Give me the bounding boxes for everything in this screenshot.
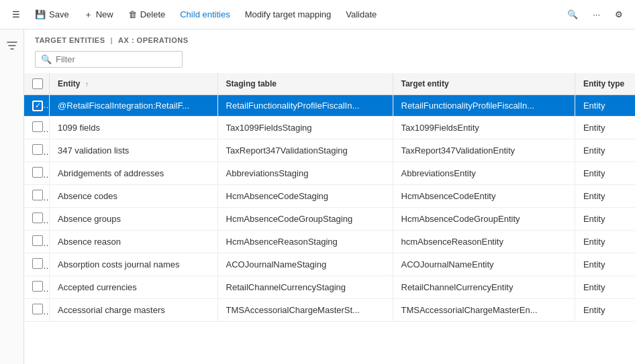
row-type: Entity xyxy=(575,230,635,253)
row-checkbox[interactable] xyxy=(32,121,43,132)
row-staging: HcmAbsenceReasonStaging xyxy=(217,230,393,253)
breadcrumb: TARGET ENTITIES | AX : OPERATIONS xyxy=(24,29,635,48)
save-button[interactable]: 💾 Save xyxy=(28,5,76,23)
content-area: TARGET ENTITIES | AX : OPERATIONS 🔍 xyxy=(24,29,635,364)
row-staging: HcmAbsenceCodeGroupStaging xyxy=(217,207,393,230)
row-target: TMSAccessorialChargeMasterEn... xyxy=(393,298,575,321)
table-row[interactable]: Absence codesHcmAbsenceCodeStagingHcmAbs… xyxy=(24,184,635,207)
column-header-entity[interactable]: Entity ↑ xyxy=(50,73,218,95)
row-entity: Absence reason xyxy=(50,230,218,253)
row-checkbox-cell[interactable] xyxy=(24,276,50,298)
modify-mapping-button[interactable]: Modify target mapping xyxy=(238,5,338,23)
row-checkbox[interactable] xyxy=(32,144,43,155)
select-all-checkbox[interactable] xyxy=(32,78,43,89)
row-checkbox-cell[interactable] xyxy=(24,116,50,139)
row-checkbox-cell[interactable] xyxy=(24,230,50,253)
row-entity: Accepted currencies xyxy=(50,276,218,298)
row-staging: RetailFunctionalityProfileFiscalIn... xyxy=(217,95,393,117)
row-staging: TMSAccessorialChargeMasterSt... xyxy=(217,298,393,321)
column-header-staging[interactable]: Staging table xyxy=(217,73,393,95)
filter-bar: 🔍 xyxy=(24,48,635,73)
settings-icon: ⚙ xyxy=(615,9,623,19)
row-checkbox[interactable] xyxy=(32,258,43,269)
row-entity: 1099 fields xyxy=(50,116,218,139)
row-type: Entity xyxy=(575,116,635,139)
row-type: Entity xyxy=(575,298,635,321)
table-row[interactable]: Absence reasonHcmAbsenceReasonStaginghcm… xyxy=(24,230,635,253)
breadcrumb-section: TARGET ENTITIES xyxy=(35,36,105,44)
filter-input[interactable] xyxy=(56,54,177,64)
table-row[interactable]: Absence groupsHcmAbsenceCodeGroupStaging… xyxy=(24,207,635,230)
table-row[interactable]: 347 validation listsTaxReport347Validati… xyxy=(24,139,635,162)
validate-button[interactable]: Validate xyxy=(339,5,383,23)
row-staging: TaxReport347ValidationStaging xyxy=(217,139,393,162)
table-row[interactable]: Abridgements of addressesAbbreviationsSt… xyxy=(24,162,635,184)
row-staging: RetailChannelCurrencyStaging xyxy=(217,276,393,298)
row-type: Entity xyxy=(575,184,635,207)
table-row[interactable]: ✓@RetailFiscalIntegration:RetailF...Reta… xyxy=(24,95,635,117)
settings-button[interactable]: ⚙ xyxy=(608,5,630,23)
more-button[interactable]: ··· xyxy=(586,5,607,23)
row-checkbox-cell[interactable] xyxy=(24,162,50,184)
column-header-check[interactable] xyxy=(24,73,50,95)
table-header-row: Entity ↑ Staging table Target entity Ent… xyxy=(24,73,635,95)
row-checkbox[interactable] xyxy=(32,190,43,200)
row-checkbox-cell[interactable] xyxy=(24,298,50,321)
sort-indicator-entity: ↑ xyxy=(85,80,89,88)
row-entity: Accessorial charge masters xyxy=(50,298,218,321)
column-header-target[interactable]: Target entity xyxy=(393,73,575,95)
row-checkbox[interactable] xyxy=(32,213,43,223)
row-type: Entity xyxy=(575,276,635,298)
row-type: Entity xyxy=(575,207,635,230)
row-target: ACOJournalNameEntity xyxy=(393,253,575,276)
column-header-type[interactable]: Entity type xyxy=(575,73,635,95)
row-checkbox-cell[interactable] xyxy=(24,253,50,276)
row-staging: HcmAbsenceCodeStaging xyxy=(217,184,393,207)
row-checkbox-cell[interactable] xyxy=(24,184,50,207)
table-row[interactable]: Accessorial charge mastersTMSAccessorial… xyxy=(24,298,635,321)
hamburger-button[interactable]: ☰ xyxy=(5,5,27,23)
row-checkbox-cell[interactable] xyxy=(24,139,50,162)
filter-sidebar-icon[interactable] xyxy=(1,35,23,56)
row-type: Entity xyxy=(575,139,635,162)
row-entity: Absorption costs journal names xyxy=(50,253,218,276)
sidebar xyxy=(0,29,24,364)
row-checkbox[interactable] xyxy=(32,167,43,178)
new-button[interactable]: ＋ New xyxy=(77,5,120,25)
row-target: RetailChannelCurrencyEntity xyxy=(393,276,575,298)
row-target: HcmAbsenceCodeGroupEntity xyxy=(393,207,575,230)
row-staging: Tax1099FieldsStaging xyxy=(217,116,393,139)
main-layout: TARGET ENTITIES | AX : OPERATIONS 🔍 xyxy=(0,29,635,364)
child-entities-button[interactable]: Child entities xyxy=(173,5,236,23)
row-checkbox-cell[interactable]: ✓ xyxy=(24,95,50,117)
search-button[interactable]: 🔍 xyxy=(560,5,585,23)
row-target: hcmAbsenceReasonEntity xyxy=(393,230,575,253)
row-checkbox-checked[interactable]: ✓ xyxy=(32,101,43,111)
row-type: Entity xyxy=(575,253,635,276)
row-staging: AbbreviationsStaging xyxy=(217,162,393,184)
row-entity: 347 validation lists xyxy=(50,139,218,162)
filter-search-icon: 🔍 xyxy=(41,54,52,64)
row-checkbox[interactable] xyxy=(32,304,43,314)
delete-button[interactable]: 🗑 Delete xyxy=(121,5,173,23)
row-checkbox[interactable] xyxy=(32,235,43,246)
row-checkbox[interactable] xyxy=(32,281,43,292)
row-target: HcmAbsenceCodeEntity xyxy=(393,184,575,207)
filter-input-wrap[interactable]: 🔍 xyxy=(35,51,183,68)
entities-table: Entity ↑ Staging table Target entity Ent… xyxy=(24,73,635,322)
row-staging: ACOJournalNameStaging xyxy=(217,253,393,276)
row-target: TaxReport347ValidationEntity xyxy=(393,139,575,162)
table-row[interactable]: Absorption costs journal namesACOJournal… xyxy=(24,253,635,276)
table-row[interactable]: 1099 fieldsTax1099FieldsStagingTax1099Fi… xyxy=(24,116,635,139)
row-entity: Abridgements of addresses xyxy=(50,162,218,184)
save-icon: 💾 xyxy=(35,9,46,19)
hamburger-icon: ☰ xyxy=(12,9,20,19)
row-entity: Absence codes xyxy=(50,184,218,207)
search-icon: 🔍 xyxy=(567,9,578,19)
row-checkbox-cell[interactable] xyxy=(24,207,50,230)
breadcrumb-subsection: AX : OPERATIONS xyxy=(118,36,188,44)
table-row[interactable]: Accepted currenciesRetailChannelCurrency… xyxy=(24,276,635,298)
row-target: Tax1099FieldsEntity xyxy=(393,116,575,139)
more-icon: ··· xyxy=(593,9,600,19)
new-icon: ＋ xyxy=(84,9,93,21)
